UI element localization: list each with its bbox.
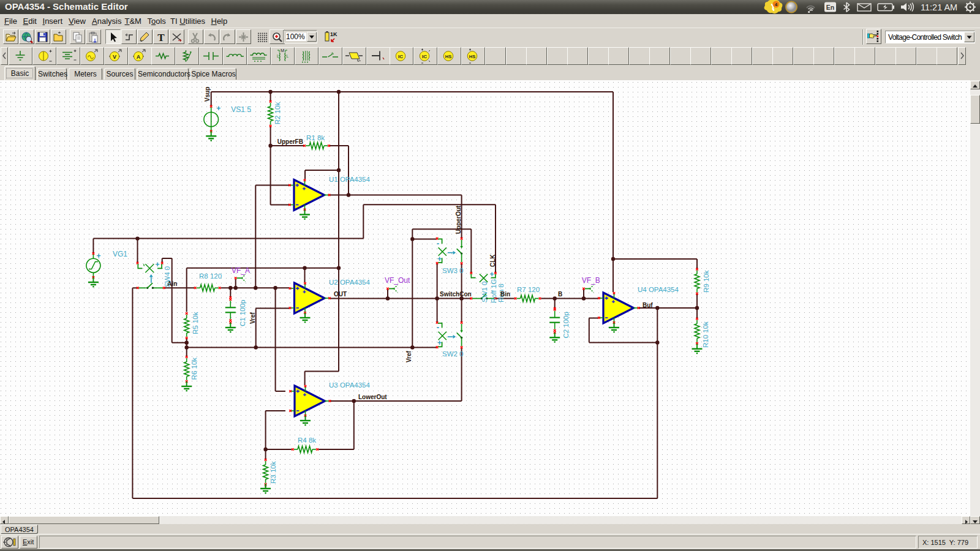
svg-text:Vref: Vref <box>405 350 412 362</box>
svg-text:U2 OPA4354: U2 OPA4354 <box>329 279 371 286</box>
svg-text:IC: IC <box>422 54 427 59</box>
svg-text:R6 10k: R6 10k <box>190 358 198 380</box>
svg-text:11:21 AM: 11:21 AM <box>921 2 957 12</box>
svg-text:L: L <box>286 54 288 58</box>
svg-text:VG1: VG1 <box>113 250 127 258</box>
svg-text:Bin: Bin <box>500 291 510 298</box>
svg-text:U4 OPA4354: U4 OPA4354 <box>638 286 679 293</box>
svg-text:R5 10k: R5 10k <box>192 312 199 334</box>
svg-text:SW4 0: SW4 0 <box>164 266 171 288</box>
svg-text:VF_A: VF_A <box>232 266 250 275</box>
svg-text:OUT: OUT <box>334 291 347 298</box>
svg-text:Vref: Vref <box>249 312 256 324</box>
svg-text:+: + <box>156 260 160 269</box>
svg-text:VF_Out: VF_Out <box>385 276 410 285</box>
svg-text:V: V <box>113 54 116 60</box>
svg-text:R2 10k: R2 10k <box>274 102 282 125</box>
svg-text:R3 10k: R3 10k <box>270 461 277 484</box>
svg-text:SW2 0: SW2 0 <box>442 350 464 358</box>
svg-text:-: - <box>437 239 439 248</box>
svg-text:R1 8k: R1 8k <box>306 134 325 141</box>
svg-text:HS: HS <box>469 54 475 59</box>
svg-text:+: + <box>97 252 101 260</box>
svg-text:M: M <box>281 48 284 53</box>
svg-text:VS1 5: VS1 5 <box>231 105 251 114</box>
svg-text:4: 4 <box>775 2 778 7</box>
svg-text:SW1 0: SW1 0 <box>481 281 488 302</box>
svg-text:R8 120: R8 120 <box>199 272 222 280</box>
svg-text:A: A <box>136 54 140 60</box>
svg-text:R9 10k: R9 10k <box>703 270 710 293</box>
svg-text:Buf: Buf <box>643 302 653 309</box>
svg-text:UpperFB: UpperFB <box>277 138 303 145</box>
svg-text:+: + <box>216 104 221 113</box>
svg-text:LowerOut: LowerOut <box>358 394 387 400</box>
svg-text:C2 100p: C2 100p <box>563 312 570 338</box>
svg-text:VF_B: VF_B <box>582 276 600 285</box>
svg-text:R7 120: R7 120 <box>517 286 540 293</box>
svg-text:T: T <box>157 32 165 43</box>
svg-text:Roff 1G: Roff 1G <box>490 279 497 303</box>
svg-text:R4 8k: R4 8k <box>298 437 316 444</box>
svg-text:B: B <box>558 291 562 298</box>
svg-text:IC: IC <box>398 54 403 59</box>
svg-text:C1 100p: C1 100p <box>239 300 246 326</box>
svg-text:U1 OPA4354: U1 OPA4354 <box>329 176 371 183</box>
svg-text:UpperOut: UpperOut <box>455 205 462 234</box>
svg-text:SW3 0: SW3 0 <box>442 267 464 274</box>
svg-text:SwitchCon: SwitchCon <box>440 291 472 298</box>
svg-text:CLK: CLK <box>489 254 496 267</box>
svg-text:R10 10k: R10 10k <box>702 321 709 348</box>
svg-text:-: - <box>437 323 439 332</box>
svg-text:Vsup: Vsup <box>204 87 211 102</box>
svg-text:L: L <box>277 54 279 58</box>
svg-text:1K: 1K <box>330 31 337 37</box>
svg-text:En: En <box>826 4 834 11</box>
svg-text:U3 OPA4354: U3 OPA4354 <box>329 381 371 389</box>
svg-text:HS: HS <box>445 54 451 59</box>
